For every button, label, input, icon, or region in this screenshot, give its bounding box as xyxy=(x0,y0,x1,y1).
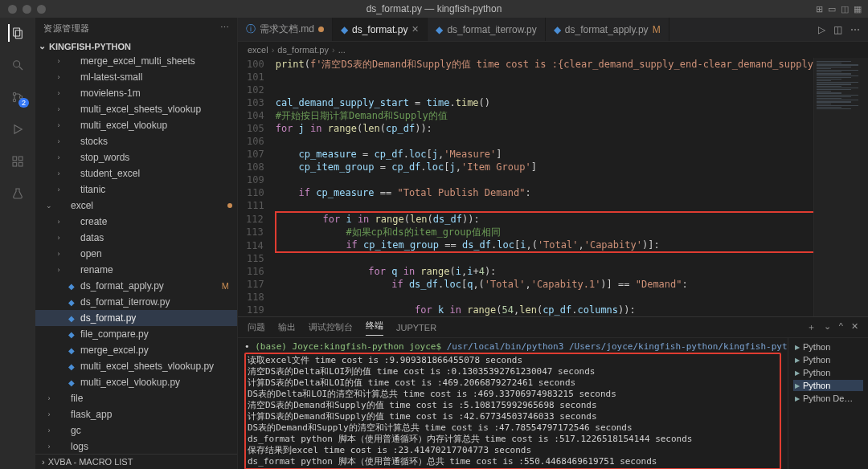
chevron-right-icon[interactable]: › xyxy=(45,442,53,451)
panel-close-icon[interactable]: ✕ xyxy=(851,321,858,333)
chevron-right-icon[interactable]: › xyxy=(55,169,63,177)
code-line[interactable] xyxy=(276,84,813,96)
folder-item[interactable]: ›datas xyxy=(35,230,237,246)
code-line[interactable]: for q in range(i,i+4): xyxy=(276,265,813,278)
code-line[interactable] xyxy=(276,252,813,265)
section-xvba[interactable]: XVBA - MACRO LIST xyxy=(48,457,133,467)
panel-maximize-icon[interactable]: ^ xyxy=(839,321,843,333)
code-line[interactable]: #开始按日期计算Demand和Supply的值 xyxy=(276,109,813,122)
code-line[interactable] xyxy=(276,173,813,186)
code-editor[interactable]: 100print(f'清空DS表的Demand和Supply的值 time co… xyxy=(238,58,813,316)
run-icon[interactable]: ▷ xyxy=(818,24,825,35)
folder-item[interactable]: ›flask_app xyxy=(35,406,237,422)
terminal-instance[interactable]: ▶Python xyxy=(793,354,863,365)
panel-tab[interactable]: 输出 xyxy=(278,321,296,333)
chevron-right-icon[interactable]: › xyxy=(55,218,63,226)
explorer-icon[interactable] xyxy=(8,24,26,42)
file-item[interactable]: ◆ds_format.py xyxy=(35,310,237,326)
file-item[interactable]: ◆file_compare.py xyxy=(35,326,237,342)
chevron-down-icon[interactable]: ⌄ xyxy=(39,41,46,51)
folder-item[interactable]: ›multi_excel_vlookup xyxy=(35,117,237,133)
panel-tab[interactable]: 终端 xyxy=(366,320,383,336)
terminal-instance[interactable]: ▶Python xyxy=(793,367,863,378)
terminal-instance[interactable]: ▶Python xyxy=(793,341,863,353)
folder-item[interactable]: ›file xyxy=(35,390,237,406)
minimap[interactable] xyxy=(813,58,868,316)
code-line[interactable]: if cp_measure == "Total Publish Demand": xyxy=(276,186,813,199)
code-line[interactable] xyxy=(276,199,813,212)
folder-item[interactable]: ›movielens-1m xyxy=(35,85,237,101)
file-item[interactable]: ◆multi_excel_vlookup.py xyxy=(35,374,237,390)
chevron-right-icon[interactable]: › xyxy=(55,89,63,97)
terminal[interactable]: • (base) Joyce:kingfish-python joyce$ /u… xyxy=(238,338,788,469)
chevron-right-icon[interactable]: › xyxy=(45,426,53,434)
code-line[interactable] xyxy=(276,291,813,304)
folder-item[interactable]: ⌄excel xyxy=(35,198,237,214)
folder-item[interactable]: ›titanic xyxy=(35,181,237,198)
folder-item[interactable]: ›open xyxy=(35,246,237,262)
chevron-right-icon[interactable]: › xyxy=(55,121,63,129)
folder-item[interactable]: ›ml-latest-small xyxy=(35,69,237,85)
terminal-instance[interactable]: ▶Python xyxy=(793,380,863,391)
search-icon[interactable] xyxy=(9,56,27,74)
code-line[interactable] xyxy=(276,135,813,148)
run-debug-icon[interactable] xyxy=(9,120,27,138)
more-icon[interactable]: ⋯ xyxy=(850,24,860,35)
breadcrumb-item[interactable]: ds_format.py xyxy=(277,45,329,55)
code-line[interactable]: print(f'清空DS表的Demand和Supply的值 time cost … xyxy=(276,58,813,71)
file-item[interactable]: ◆multi_excel_sheets_vlookup.py xyxy=(35,358,237,374)
code-line[interactable]: for i in range(len(ds_df)): xyxy=(276,212,813,226)
terminal-instance[interactable]: ▶Python De… xyxy=(793,393,863,404)
folder-item[interactable]: ›create xyxy=(35,214,237,230)
chevron-right-icon[interactable]: › xyxy=(45,410,53,418)
folder-item[interactable]: ›stop_words xyxy=(35,149,237,165)
close-tab-icon[interactable]: ✕ xyxy=(411,24,419,35)
editor-tab[interactable]: ◆ds_format_iterrow.py xyxy=(428,18,545,41)
folder-item[interactable]: ›gc xyxy=(35,422,237,438)
testing-icon[interactable] xyxy=(9,185,27,202)
code-line[interactable]: cp_measure = cp_df.loc[j,'Measure'] xyxy=(276,148,813,161)
chevron-right-icon[interactable]: › xyxy=(55,137,63,145)
folder-item[interactable]: ›multi_excel_sheets_vlookup xyxy=(35,101,237,117)
file-item[interactable]: ◆merge_excel.py xyxy=(35,342,237,358)
breadcrumb-item[interactable]: excel xyxy=(248,45,268,55)
folder-item[interactable]: ›stocks xyxy=(35,133,237,149)
chevron-right-icon[interactable]: › xyxy=(55,153,63,161)
folder-item[interactable]: ›student_excel xyxy=(35,165,237,181)
code-line[interactable]: cp_item_group = cp_df.loc[j,'Item Group'… xyxy=(276,161,813,173)
code-line[interactable]: for k in range(54,len(cp_df.columns)): xyxy=(276,304,813,316)
code-line[interactable]: if ds_df.loc[q,('Total','Capabity.1')] =… xyxy=(276,278,813,291)
panel-tab[interactable]: 问题 xyxy=(248,321,265,333)
breadcrumb-item[interactable]: ... xyxy=(338,45,346,55)
breadcrumb[interactable]: excel › ds_format.py › ... xyxy=(238,42,868,58)
panel-tab[interactable]: JUPYTER xyxy=(396,323,436,332)
chevron-right-icon[interactable]: › xyxy=(55,57,63,65)
explorer-more-icon[interactable]: ⋯ xyxy=(220,22,230,35)
panel-tab[interactable]: 调试控制台 xyxy=(309,321,353,333)
chevron-right-icon[interactable]: › xyxy=(55,234,63,242)
folder-item[interactable]: ›logs xyxy=(35,438,237,454)
code-line[interactable]: for j in range(len(cp_df)): xyxy=(276,122,813,135)
code-line[interactable]: if cp_item_group == ds_df.loc[i,('Total'… xyxy=(276,239,813,252)
extensions-icon[interactable] xyxy=(9,153,27,170)
file-item[interactable]: ◆ds_format_apply.pyM xyxy=(35,278,237,294)
folder-item[interactable]: ›rename xyxy=(35,262,237,278)
split-editor-icon[interactable]: ◫ xyxy=(833,24,842,35)
panel-add-icon[interactable]: ＋ xyxy=(807,321,816,333)
chevron-right-icon[interactable]: › xyxy=(55,73,63,81)
folder-item[interactable]: ›merge_excel_multi_sheets xyxy=(35,53,237,69)
code-line[interactable]: #如果cp和ds的item_group值相同 xyxy=(276,226,813,239)
editor-tab[interactable]: ⓘ需求文档.md xyxy=(238,18,333,41)
editor-tab[interactable]: ◆ds_format.py✕ xyxy=(333,18,428,41)
chevron-right-icon[interactable]: › xyxy=(45,394,53,402)
code-line[interactable]: cal_demand_supply_start = time.time() xyxy=(276,96,813,109)
panel-split-icon[interactable]: ⌄ xyxy=(824,321,831,333)
chevron-right-icon[interactable]: › xyxy=(55,105,63,113)
chevron-right-icon[interactable]: › xyxy=(55,250,63,258)
code-line[interactable] xyxy=(276,71,813,84)
chevron-down-icon[interactable]: ⌄ xyxy=(45,202,53,210)
chevron-right-icon[interactable]: › xyxy=(42,457,45,467)
editor-tab[interactable]: ◆ds_format_apply.pyM xyxy=(546,18,669,41)
chevron-right-icon[interactable]: › xyxy=(55,266,63,274)
chevron-right-icon[interactable]: › xyxy=(55,186,63,194)
